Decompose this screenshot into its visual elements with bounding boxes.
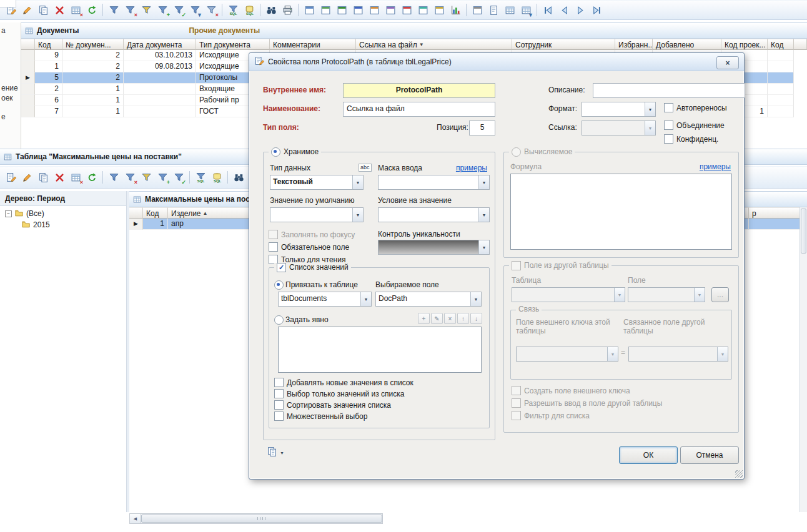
calculator-icon[interactable]: [470, 2, 485, 17]
filter-remove-icon[interactable]: ×: [122, 2, 137, 17]
add-new-values-checkbox[interactable]: Добавлять новые значения в список: [274, 378, 413, 387]
table-cell[interactable]: [124, 95, 196, 106]
chart-icon[interactable]: [448, 2, 463, 17]
nav-next-icon[interactable]: [573, 2, 588, 17]
nav-first-icon[interactable]: [540, 2, 555, 17]
new-record-icon[interactable]: [3, 170, 18, 185]
table-cell[interactable]: 1: [62, 106, 124, 117]
other-table-combo[interactable]: ▼: [512, 287, 625, 302]
column-header-7[interactable]: Сотрудник: [512, 39, 615, 50]
nav-prev-icon[interactable]: [557, 2, 572, 17]
tree-item[interactable]: 2015: [0, 219, 126, 230]
export-html-icon[interactable]: [367, 2, 382, 17]
dropdown-icon[interactable]: ▼: [645, 121, 655, 135]
formula-textarea[interactable]: [510, 174, 732, 250]
refresh-icon[interactable]: [84, 2, 99, 17]
related-field-combo[interactable]: ▼: [628, 347, 728, 362]
nav-last-icon[interactable]: [589, 2, 604, 17]
filter-values-icon[interactable]: [139, 170, 154, 185]
dropdown-icon[interactable]: ▼: [360, 292, 371, 306]
horizontal-scrollbar-thumb[interactable]: [141, 515, 382, 523]
filter-clear-icon[interactable]: ×: [204, 2, 219, 17]
table-cell[interactable]: 09.08.2013: [124, 61, 196, 72]
merge-checkbox[interactable]: Объединение: [664, 121, 725, 130]
scroll-left-button[interactable]: ◀: [130, 514, 141, 523]
column-header-11[interactable]: Код: [768, 39, 794, 50]
table-cell[interactable]: 1: [62, 95, 124, 106]
tab-other-documents[interactable]: Прочие документы: [189, 26, 260, 35]
delete-table-row-icon[interactable]: ×: [68, 170, 83, 185]
ok-button[interactable]: ОК: [619, 446, 678, 464]
copy-record-icon[interactable]: [36, 2, 51, 17]
confidential-checkbox[interactable]: Конфиденц.: [664, 134, 718, 144]
dropdown-icon[interactable]: ▼: [478, 175, 489, 189]
default-value-combo[interactable]: ▼: [270, 207, 364, 222]
data-type-combo[interactable]: Текстовый ▼: [270, 175, 364, 190]
browse-button[interactable]: ...: [711, 287, 729, 302]
dropdown-icon[interactable]: ▼: [470, 292, 481, 306]
column-header-3[interactable]: Дата документа: [124, 39, 196, 50]
row-selector-cell[interactable]: [21, 50, 35, 61]
open-form-icon[interactable]: [302, 2, 317, 17]
other-table-checkbox[interactable]: [512, 261, 521, 270]
table-cell[interactable]: [124, 84, 196, 95]
table-cell[interactable]: 2: [35, 84, 62, 95]
filter-check-icon[interactable]: ✓: [171, 2, 186, 17]
lookup-field-combo[interactable]: DocPath ▼: [375, 292, 482, 307]
table-cell[interactable]: 6: [35, 95, 62, 106]
analysis-icon[interactable]: [415, 2, 430, 17]
column-header-3[interactable]: р: [749, 207, 800, 219]
fk-field-combo[interactable]: ▼: [516, 347, 618, 362]
dropdown-icon[interactable]: ▼: [352, 208, 363, 222]
required-checkbox[interactable]: Обязательное поле: [269, 242, 349, 252]
dropdown-icon[interactable]: ▼: [694, 288, 705, 302]
horizontal-scrollbar[interactable]: ◀: [129, 513, 383, 524]
mask-examples-link[interactable]: примеры: [456, 164, 487, 172]
current-row-marker[interactable]: ▶: [129, 219, 143, 230]
stored-radio[interactable]: [271, 147, 280, 157]
value-condition-combo[interactable]: ▼: [378, 207, 490, 222]
column-header-1[interactable]: Код: [143, 207, 168, 219]
mask-combo[interactable]: ▼: [378, 175, 490, 190]
table-cell[interactable]: [749, 219, 805, 230]
only-list-values-checkbox[interactable]: Выбор только значений из списка: [274, 389, 404, 398]
edit-record-icon[interactable]: [19, 2, 34, 17]
column-header-5[interactable]: Комментарии: [270, 39, 356, 50]
column-header-6[interactable]: Ссылка на файл▼: [356, 39, 512, 50]
dropdown-icon[interactable]: ▼: [645, 102, 655, 116]
move-up-icon[interactable]: ↑: [457, 313, 469, 324]
table-cell[interactable]: [768, 106, 794, 117]
notes-icon[interactable]: [486, 2, 501, 17]
create-fk-checkbox[interactable]: Создать поле внешнего ключа: [512, 386, 630, 395]
column-header-1[interactable]: Код: [35, 39, 62, 50]
row-selector-cell[interactable]: [21, 61, 35, 72]
table-cell[interactable]: 2: [62, 72, 124, 84]
multi-select-checkbox[interactable]: Множественный выбор: [274, 411, 367, 421]
column-header-4[interactable]: Тип документа: [196, 39, 270, 50]
vertical-scrollbar-thumb[interactable]: [801, 209, 806, 254]
dropdown-icon[interactable]: ▼: [717, 347, 728, 361]
current-row-marker[interactable]: ▶: [21, 72, 35, 84]
formula-examples-link[interactable]: примеры: [700, 162, 731, 171]
row-selector-cell[interactable]: [21, 84, 35, 95]
copy-properties-button[interactable]: ▼: [267, 446, 284, 459]
export-word-icon[interactable]: [350, 2, 365, 17]
lookup-table-combo[interactable]: tblDocuments ▼: [278, 292, 372, 307]
computed-radio[interactable]: [512, 147, 521, 157]
dropdown-icon[interactable]: ▼: [478, 240, 489, 254]
internal-name-input[interactable]: ProtocolPath: [343, 83, 495, 98]
fill-on-focus-checkbox[interactable]: Заполнять по фокусу: [269, 230, 355, 239]
filter-sql-icon[interactable]: SQL: [225, 2, 240, 17]
format-combo[interactable]: ▼: [582, 102, 656, 117]
explicit-list-radio[interactable]: [274, 315, 284, 325]
name-input[interactable]: Ссылка на файл: [343, 102, 495, 117]
description-input[interactable]: [593, 83, 745, 98]
column-header-2[interactable]: № докумен...: [62, 39, 124, 50]
bind-to-table-radio[interactable]: [274, 280, 284, 290]
table-cell[interactable]: 9: [35, 50, 62, 61]
filter-check-icon[interactable]: ✓: [171, 170, 186, 185]
table-cell[interactable]: [768, 72, 794, 84]
refresh-icon[interactable]: [84, 170, 99, 185]
sql-icon[interactable]: SQL: [242, 2, 257, 17]
table-cell[interactable]: [768, 95, 794, 106]
